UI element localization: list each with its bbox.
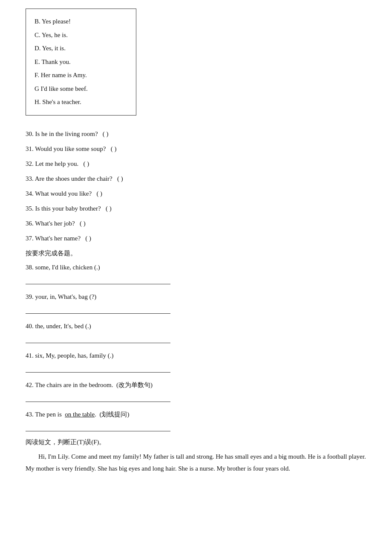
q31-paren: ( ) bbox=[111, 143, 136, 155]
section-instruction: 按要求完成各题。 bbox=[26, 249, 366, 257]
answer-b: B. Yes please! bbox=[35, 15, 127, 29]
r41-text: six, My, people, has, family (.) bbox=[35, 352, 114, 359]
q30-text: Is he in the living room? bbox=[35, 130, 98, 137]
q36-text: What's her job? bbox=[35, 220, 75, 227]
q32-number: 32. bbox=[26, 160, 34, 167]
question-34: 34. What would you like? ( ) bbox=[26, 188, 366, 199]
question-31: 31. Would you like some soup? ( ) bbox=[26, 143, 366, 155]
answer-f: F. Her name is Amy. bbox=[35, 69, 127, 82]
r38-text: some, I'd like, chicken (.) bbox=[35, 264, 100, 271]
q37-text: What's her name? bbox=[35, 235, 81, 242]
question-30: 30. Is he in the living room? ( ) bbox=[26, 128, 366, 140]
transform-43: 43. The pen is on the table. (划线提问) bbox=[26, 409, 366, 420]
answer-g: G I'd like some beef. bbox=[35, 82, 127, 96]
rearrange-40: 40. the, under, It's, bed (.) bbox=[26, 321, 366, 332]
question-32: 32. Let me help you. ( ) bbox=[26, 158, 366, 170]
q32-paren: ( ) bbox=[83, 158, 109, 170]
rearrange-41: 41. six, My, people, has, family (.) bbox=[26, 350, 366, 361]
answer-d: D. Yes, it is. bbox=[35, 42, 127, 55]
question-37: 37. What's her name? ( ) bbox=[26, 233, 366, 244]
answer-box: B. Yes please! C. Yes, he is. D. Yes, it… bbox=[26, 9, 136, 116]
q31-number: 31. bbox=[26, 145, 34, 152]
t43-number: 43. bbox=[26, 411, 34, 418]
r41-number: 41. bbox=[26, 352, 34, 359]
answer-e: E. Thank you. bbox=[35, 55, 127, 69]
rearrange-39: 39. your, in, What's, bag (?) bbox=[26, 291, 366, 303]
question-35: 35. Is this your baby brother? ( ) bbox=[26, 203, 366, 214]
q32-text: Let me help you. bbox=[35, 160, 79, 167]
question-36: 36. What's her job? ( ) bbox=[26, 218, 366, 229]
t42-instruction: (改为单数句) bbox=[116, 382, 153, 388]
t43-underline: on the table bbox=[65, 411, 95, 418]
q30-number: 30. bbox=[26, 130, 34, 137]
t43-text: The pen is bbox=[35, 411, 61, 418]
q33-number: 33. bbox=[26, 175, 34, 182]
answer-line-42 bbox=[26, 393, 170, 402]
reading-instruction: 阅读短文，判断正(T)误(F)。 bbox=[26, 438, 366, 446]
q37-paren: ( ) bbox=[85, 233, 111, 244]
q35-number: 35. bbox=[26, 205, 34, 212]
q36-number: 36. bbox=[26, 220, 34, 227]
q33-text: Are the shoes under the chair? bbox=[35, 175, 112, 182]
transform-42: 42. The chairs are in the bedroom. (改为单数… bbox=[26, 379, 366, 391]
q35-text: Is this your baby brother? bbox=[35, 205, 101, 212]
answer-line-40 bbox=[26, 334, 170, 343]
t43-after: . bbox=[95, 411, 96, 418]
q37-number: 37. bbox=[26, 235, 34, 242]
reading-passage: Hi, I'm Lily. Come and meet my family! M… bbox=[26, 451, 366, 475]
q36-paren: ( ) bbox=[80, 218, 105, 229]
q30-paren: ( ) bbox=[103, 128, 128, 140]
match-questions-section: 30. Is he in the living room? ( ) 31. Wo… bbox=[26, 128, 366, 244]
r39-number: 39. bbox=[26, 293, 34, 300]
answer-line-41 bbox=[26, 363, 170, 373]
q34-text: What would you like? bbox=[35, 190, 92, 197]
t42-number: 42. bbox=[26, 382, 34, 388]
answer-h: H. She's a teacher. bbox=[35, 95, 127, 109]
q33-paren: ( ) bbox=[117, 173, 143, 185]
r40-number: 40. bbox=[26, 323, 34, 330]
q31-text: Would you like some soup? bbox=[35, 145, 106, 152]
q34-number: 34. bbox=[26, 190, 34, 197]
r39-text: your, in, What's, bag (?) bbox=[35, 293, 97, 300]
rearrange-section: 38. some, I'd like, chicken (.) 39. your… bbox=[26, 262, 366, 373]
r38-number: 38. bbox=[26, 264, 34, 271]
answer-line-38 bbox=[26, 275, 170, 284]
t43-instruction: (划线提问) bbox=[99, 411, 129, 418]
transform-section: 42. The chairs are in the bedroom. (改为单数… bbox=[26, 379, 366, 431]
question-33: 33. Are the shoes under the chair? ( ) bbox=[26, 173, 366, 185]
answer-line-39 bbox=[26, 304, 170, 314]
rearrange-38: 38. some, I'd like, chicken (.) bbox=[26, 262, 366, 273]
answer-line-43 bbox=[26, 422, 170, 431]
q35-paren: ( ) bbox=[106, 203, 131, 214]
t42-text: The chairs are in the bedroom. bbox=[35, 382, 113, 388]
q34-paren: ( ) bbox=[96, 188, 122, 199]
answer-c: C. Yes, he is. bbox=[35, 29, 127, 42]
r40-text: the, under, It's, bed (.) bbox=[35, 323, 91, 330]
